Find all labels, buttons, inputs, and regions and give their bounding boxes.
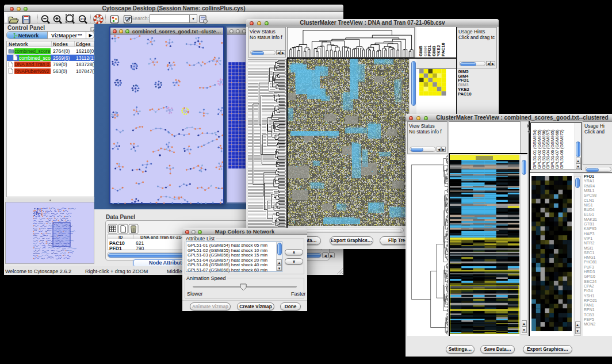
svg-text:1:1: 1:1: [80, 17, 85, 21]
